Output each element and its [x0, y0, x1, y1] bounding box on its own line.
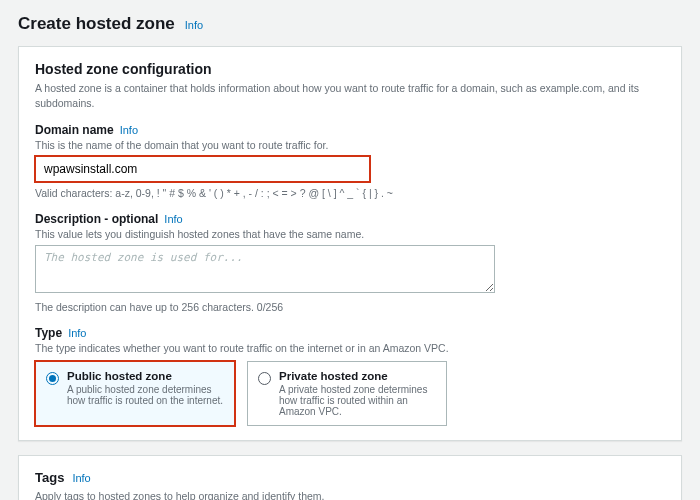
info-link-type[interactable]: Info: [68, 327, 86, 339]
description-textarea[interactable]: [35, 245, 495, 293]
domain-name-hint: This is the name of the domain that you …: [35, 139, 665, 151]
radio-desc: A public hosted zone determines how traf…: [67, 384, 224, 406]
radio-icon: [46, 372, 59, 385]
type-label: Type: [35, 326, 62, 340]
domain-name-input[interactable]: [35, 156, 370, 182]
tags-description: Apply tags to hosted zones to help organ…: [35, 489, 665, 500]
radio-icon: [258, 372, 271, 385]
config-heading: Hosted zone configuration: [35, 61, 665, 77]
radio-private-hosted-zone[interactable]: Private hosted zone A private hosted zon…: [247, 361, 447, 426]
type-field: Type Info The type indicates whether you…: [35, 326, 665, 426]
radio-public-hosted-zone[interactable]: Public hosted zone A public hosted zone …: [35, 361, 235, 426]
description-field: Description - optional Info This value l…: [35, 212, 665, 313]
description-label: Description - optional: [35, 212, 158, 226]
page-title: Create hosted zone: [18, 14, 175, 34]
info-link-domain[interactable]: Info: [120, 124, 138, 136]
domain-name-field: Domain name Info This is the name of the…: [35, 123, 665, 199]
info-link-page[interactable]: Info: [185, 19, 203, 31]
info-link-tags[interactable]: Info: [72, 472, 90, 484]
domain-name-label: Domain name: [35, 123, 114, 137]
tags-panel: Tags Info Apply tags to hosted zones to …: [18, 455, 682, 500]
domain-name-valid-chars: Valid characters: a-z, 0-9, ! " # $ % & …: [35, 187, 665, 199]
config-description: A hosted zone is a container that holds …: [35, 81, 665, 110]
description-hint: This value lets you distinguish hosted z…: [35, 228, 665, 240]
radio-title: Public hosted zone: [67, 370, 224, 382]
radio-desc: A private hosted zone determines how tra…: [279, 384, 436, 417]
page-header: Create hosted zone Info: [18, 14, 682, 34]
radio-title: Private hosted zone: [279, 370, 436, 382]
hosted-zone-config-panel: Hosted zone configuration A hosted zone …: [18, 46, 682, 441]
type-hint: The type indicates whether you want to r…: [35, 342, 665, 354]
tags-heading: Tags: [35, 470, 64, 485]
info-link-description[interactable]: Info: [164, 213, 182, 225]
description-counter: The description can have up to 256 chara…: [35, 301, 665, 313]
